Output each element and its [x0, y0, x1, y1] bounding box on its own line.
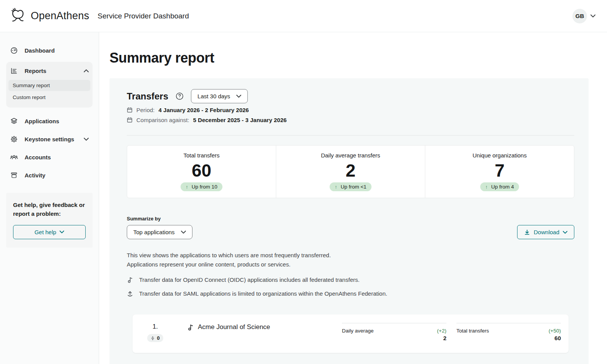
- account-menu[interactable]: GB: [572, 9, 595, 23]
- stat-label: Total transfers: [183, 152, 219, 159]
- sidebar-reports-group: Reports Summary report Custom report: [6, 62, 93, 108]
- page-title: Summary report: [109, 50, 589, 66]
- stat-value: 2: [346, 161, 356, 180]
- oidc-icon: [127, 276, 133, 283]
- get-help-button-label: Get help: [35, 229, 56, 235]
- arrow-up-icon: ↑: [485, 184, 488, 189]
- rank-number: 1.: [141, 323, 169, 331]
- sidebar-item-label: Activity: [25, 172, 45, 179]
- chevron-down-icon: [590, 14, 595, 18]
- metric-total-transfers: Total transfers (+50) 60: [456, 323, 561, 341]
- stat-value: 60: [192, 161, 211, 180]
- summarize-by-label: Summarize by: [127, 216, 192, 222]
- download-button-label: Download: [534, 229, 559, 235]
- summarize-by-value: Top applications: [133, 229, 175, 235]
- sidebar-item-keystone-settings[interactable]: Keystone settings: [6, 130, 93, 148]
- comparison-line: Comparison against: 5 December 2025 - 3 …: [127, 117, 574, 123]
- metric-daily-average: Daily average (+2) 2: [342, 323, 446, 341]
- metric-delta: (+50): [549, 328, 561, 334]
- stat-daily-average-transfers: Daily average transfers 2 ↑ Up from <1: [276, 146, 425, 198]
- saml-note-text: Transfer data for SAML applications is l…: [139, 290, 387, 297]
- rank-change-icon: [151, 336, 155, 341]
- sidebar-item-label: Keystone settings: [25, 136, 74, 142]
- main-content: Summary report Transfers Last 30 days: [99, 32, 607, 364]
- sidebar-item-label: Applications: [25, 118, 59, 124]
- date-range-value: Last 30 days: [197, 93, 230, 99]
- download-icon: [524, 229, 530, 235]
- summary-stats-card: Total transfers 60 ↑ Up from 10 Daily av…: [127, 145, 574, 198]
- gear-icon: [10, 135, 18, 143]
- metric-label: Daily average: [342, 328, 374, 334]
- transfers-title: Transfers: [127, 91, 168, 102]
- sidebar: Dashboard Reports: [0, 32, 99, 364]
- calendar-icon: [127, 117, 133, 123]
- metric-label: Total transfers: [456, 328, 489, 334]
- stat-value: 7: [495, 161, 505, 180]
- summarize-by-select[interactable]: Top applications: [127, 225, 192, 239]
- change-text: Up from <1: [341, 184, 367, 190]
- saml-upload-icon: [127, 290, 133, 297]
- calendar-icon: [127, 107, 133, 113]
- change-text: Up from 10: [192, 184, 217, 190]
- metric-value: 2: [342, 335, 446, 341]
- brand-wordmark: OpenAthens: [31, 10, 89, 22]
- comparison-label: Comparison against:: [136, 117, 189, 123]
- summarize-by-control: Summarize by Top applications: [127, 216, 192, 239]
- row-metrics: Daily average (+2) 2 Total transfers (+5…: [342, 323, 561, 341]
- download-button[interactable]: Download: [517, 225, 574, 239]
- date-range-select[interactable]: Last 30 days: [191, 89, 248, 103]
- help-text: Get help, give feedback or report a prob…: [13, 200, 86, 218]
- chevron-down-icon: [84, 137, 89, 141]
- change-badge: ↑ Up from 4: [480, 182, 519, 191]
- stat-total-transfers: Total transfers 60 ↑ Up from 10: [127, 146, 276, 198]
- app-title: Service Provider Dashboard: [98, 12, 189, 20]
- sidebar-item-summary-report[interactable]: Summary report: [8, 80, 90, 91]
- sidebar-item-label: Accounts: [25, 154, 51, 160]
- help-circle-icon[interactable]: [176, 92, 184, 100]
- accounts-icon: [10, 153, 18, 161]
- period-label: Period:: [136, 107, 155, 113]
- section-divider: [127, 135, 574, 136]
- reports-icon: [10, 67, 18, 75]
- chevron-down-icon: [60, 230, 64, 233]
- openathens-logo-icon: [9, 7, 27, 25]
- change-badge: ↑ Up from 10: [181, 182, 222, 191]
- oidc-note: Transfer data for OpenID Connect (OIDC) …: [127, 276, 574, 283]
- chevron-down-icon: [236, 94, 241, 98]
- sidebar-item-label: Dashboard: [25, 47, 55, 54]
- applications-icon: [10, 117, 18, 125]
- sidebar-item-reports[interactable]: Reports: [6, 62, 93, 80]
- application-row[interactable]: 1. 0: [133, 314, 569, 353]
- sidebar-item-applications[interactable]: Applications: [6, 112, 93, 130]
- dashboard-icon: [10, 46, 18, 55]
- rank-change-value: 0: [157, 335, 159, 341]
- stat-label: Daily average transfers: [321, 152, 380, 159]
- sidebar-item-activity[interactable]: Activity: [6, 166, 93, 184]
- sidebar-item-custom-report[interactable]: Custom report: [8, 92, 90, 103]
- change-text: Up from 4: [491, 184, 514, 190]
- user-avatar[interactable]: GB: [572, 9, 587, 23]
- application-name: Acme Journal of Science: [198, 323, 270, 331]
- get-help-button[interactable]: Get help: [13, 225, 86, 239]
- stat-label: Unique organizations: [473, 152, 527, 159]
- comparison-value: 5 December 2025 - 3 January 2026: [193, 117, 287, 123]
- arrow-up-icon: ↑: [186, 184, 188, 189]
- stat-unique-organizations: Unique organizations 7 ↑ Up from 4: [425, 146, 574, 198]
- sidebar-item-label: Reports: [25, 68, 46, 74]
- period-value: 4 January 2026 - 2 February 2026: [159, 107, 249, 113]
- chevron-down-icon: [563, 231, 567, 234]
- sidebar-item-dashboard[interactable]: Dashboard: [6, 41, 93, 60]
- view-description: This view shows the applications to whic…: [127, 251, 574, 269]
- saml-note: Transfer data for SAML applications is l…: [127, 290, 574, 297]
- oidc-note-text: Transfer data for OpenID Connect (OIDC) …: [139, 276, 360, 283]
- top-header: OpenAthens Service Provider Dashboard GB: [0, 0, 607, 32]
- change-badge: ↑ Up from <1: [330, 182, 371, 191]
- arrow-up-icon: ↑: [335, 184, 337, 189]
- sidebar-item-accounts[interactable]: Accounts: [6, 148, 93, 166]
- description-line-2: Applications represent your online conte…: [127, 260, 574, 269]
- rank-block: 1. 0: [141, 323, 169, 342]
- metric-value: 60: [456, 335, 561, 341]
- chevron-up-icon: [84, 69, 89, 73]
- activity-icon: [10, 171, 18, 179]
- metric-delta: (+2): [437, 328, 446, 334]
